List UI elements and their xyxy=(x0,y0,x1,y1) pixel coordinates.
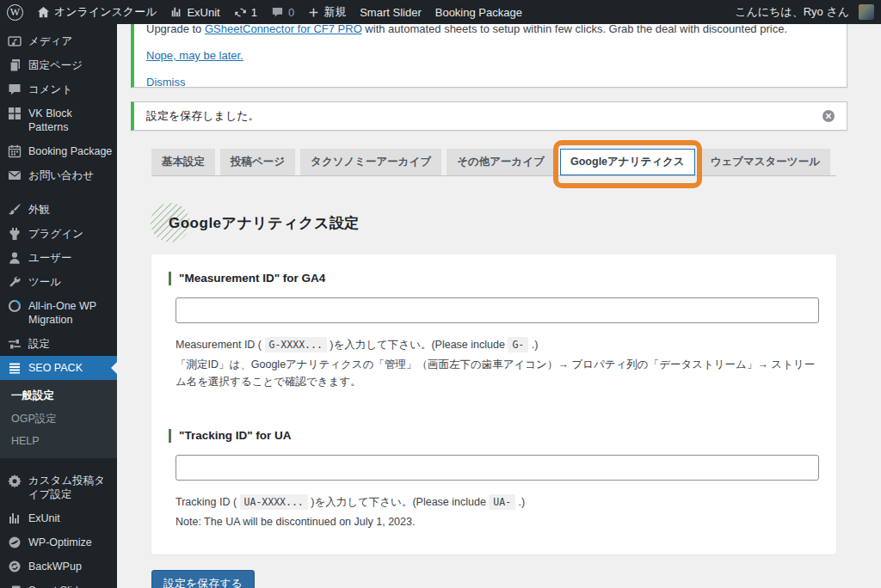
sidebar-item-seo-pack[interactable]: SEO PACK xyxy=(0,356,117,380)
close-circle-icon xyxy=(822,109,835,123)
ga4-section-title: "Measurement ID" for GA4 xyxy=(169,272,819,285)
tab-taxonomy-archive[interactable]: タクソノミーアーカイブ xyxy=(300,149,441,175)
sidebar-item-appearance[interactable]: 外観 xyxy=(0,198,117,222)
gear-icon xyxy=(8,474,22,487)
admin-bar-right: こんにちは、Ryo さん xyxy=(728,0,881,24)
new-content-button[interactable]: 新規 xyxy=(301,0,353,24)
page-title: Googleアナリティクス設定 xyxy=(169,214,836,233)
saved-notice-text: 設定を保存しました。 xyxy=(146,108,260,124)
ua-note-text: Note: The UA will be discontinued on Jul… xyxy=(176,513,819,531)
avatar xyxy=(859,4,874,20)
seo-pack-icon xyxy=(8,361,22,375)
comments-icon xyxy=(8,83,22,96)
submenu-item-ogp-settings[interactable]: OGP設定 xyxy=(0,407,117,431)
site-name-link[interactable]: オンラインスクール xyxy=(30,0,163,24)
wordpress-logo-icon: W xyxy=(7,4,23,21)
sidebar-item-comments[interactable]: コメント xyxy=(0,77,117,101)
pages-icon xyxy=(8,58,22,72)
sidebar-item-settings[interactable]: 設定 xyxy=(0,332,117,356)
plugin-icon xyxy=(8,227,22,241)
greeting-text: こんにちは、Ryo さん xyxy=(735,4,849,20)
sidebar-item-backwpup[interactable]: BackWPup xyxy=(0,554,117,579)
comments-indicator[interactable]: 0 xyxy=(264,0,301,24)
smart-slider-toolbar-item[interactable]: Smart Slider xyxy=(353,0,428,24)
migration-icon xyxy=(8,299,22,313)
wp-logo-menu[interactable]: W xyxy=(0,0,30,24)
settings-wrap: 基本設定 投稿ページ タクソノミーアーカイブ その他アーカイブ Googleアナ… xyxy=(151,149,836,588)
tab-basic-settings[interactable]: 基本設定 xyxy=(151,149,215,175)
smart-slider-icon xyxy=(8,584,22,588)
plus-icon xyxy=(308,7,319,18)
nope-later-link[interactable]: Nope, may be later. xyxy=(146,49,243,62)
tracking-id-input[interactable] xyxy=(176,455,819,481)
user-icon xyxy=(8,251,22,265)
sidebar-item-wp-optimize[interactable]: WP-Optimize xyxy=(0,530,117,554)
account-menu[interactable]: こんにちは、Ryo さん xyxy=(728,0,881,24)
comments-count: 0 xyxy=(288,6,294,19)
sidebar-item-users[interactable]: ユーザー xyxy=(0,246,117,270)
submenu-item-general-settings[interactable]: 一般設定 xyxy=(0,384,117,407)
updates-count: 1 xyxy=(251,6,257,19)
promo-upgrade-link[interactable]: GSheetConnector for CF7 PRO xyxy=(205,22,362,35)
sidebar-item-booking-package[interactable]: Booking Package xyxy=(0,139,117,163)
ga4-prefix-code: G- xyxy=(508,337,528,352)
sidebar-item-aio-wp-migration[interactable]: All-in-One WP Migration xyxy=(0,294,117,332)
wp-optimize-icon xyxy=(8,536,22,549)
sidebar-item-exunit[interactable]: ExUnit xyxy=(0,506,117,530)
tab-webmaster-tools[interactable]: ウェブマスターツール xyxy=(700,149,830,175)
sidebar-item-media[interactable]: メディア xyxy=(0,29,117,53)
measurement-id-input[interactable] xyxy=(176,297,819,323)
seo-pack-submenu: 一般設定 OGP設定 HELP xyxy=(0,380,117,458)
sidebar-item-pages[interactable]: 固定ページ xyxy=(0,53,117,77)
grid-icon xyxy=(8,107,22,120)
sidebar-item-contact[interactable]: お問い合わせ xyxy=(0,163,117,187)
ua-code-sample: UA-XXXX... xyxy=(240,494,308,510)
sidebar-item-tools[interactable]: ツール xyxy=(0,270,117,294)
updates-icon xyxy=(234,6,247,19)
dismiss-notice-button[interactable] xyxy=(817,105,840,127)
sidebar-item-plugins[interactable]: プラグイン xyxy=(0,222,117,246)
settings-tabs: 基本設定 投稿ページ タクソノミーアーカイブ その他アーカイブ Googleアナ… xyxy=(151,149,836,176)
comment-icon xyxy=(271,6,284,19)
ua-section-title: "Tracking ID" for UA xyxy=(169,429,819,443)
submenu-item-help[interactable]: HELP xyxy=(0,431,117,451)
home-icon xyxy=(37,6,50,19)
analytics-settings-card: "Measurement ID" for GA4 Measurement ID … xyxy=(151,254,836,554)
site-name: オンラインスクール xyxy=(54,4,157,20)
media-icon xyxy=(8,34,22,48)
backwpup-icon xyxy=(8,560,22,573)
ua-description: Tracking ID ( UA-XXXX... )を入力して下さい。(Plea… xyxy=(176,493,819,511)
sidebar-item-vk-block-patterns[interactable]: VK Block Patterns xyxy=(0,101,117,139)
wordpress-admin-screen: W オンラインスクール ExUnit 1 0 新規 xyxy=(0,0,881,588)
paintbrush-icon xyxy=(8,203,22,217)
sidebar-item-smart-slider[interactable]: Smart Slider xyxy=(0,579,117,588)
sidebar-item-custom-post-type[interactable]: カスタム投稿タイプ設定 xyxy=(0,469,117,506)
saved-notice: 設定を保存しました。 xyxy=(131,101,847,131)
content-area: Upgrade to GSheetConnector for CF7 PRO w… xyxy=(117,24,881,588)
admin-menu: メディア 固定ページ コメント VK Block Patterns Bookin… xyxy=(0,24,117,588)
ua-prefix-code: UA- xyxy=(489,494,515,510)
booking-package-toolbar-item[interactable]: Booking Package xyxy=(428,0,529,24)
ga4-help-text: 「測定ID」は、Googleアナリティクスの「管理」（画面左下の歯車アイコン）→… xyxy=(176,356,819,391)
exunit-menu-icon xyxy=(8,511,22,525)
promo-dismiss-link[interactable]: Dismiss xyxy=(146,76,186,88)
calendar-icon xyxy=(8,144,22,158)
envelope-icon xyxy=(8,168,22,182)
save-settings-button[interactable]: 設定を保存する xyxy=(151,570,255,588)
wrench-icon xyxy=(8,275,22,289)
tab-google-analytics[interactable]: Googleアナリティクス xyxy=(560,149,695,175)
tab-post-page[interactable]: 投稿ページ xyxy=(220,149,295,175)
admin-bar: W オンラインスクール ExUnit 1 0 新規 xyxy=(0,0,881,24)
tab-other-archive[interactable]: その他アーカイブ xyxy=(447,149,555,175)
exunit-toolbar-item[interactable]: ExUnit xyxy=(163,0,226,24)
updates-indicator[interactable]: 1 xyxy=(227,0,264,24)
admin-bar-left: W オンラインスクール ExUnit 1 0 新規 xyxy=(0,0,529,24)
exunit-icon xyxy=(170,6,182,18)
ga4-description: Measurement ID ( G-XXXX... )を入力して下さい。(Pl… xyxy=(176,336,819,354)
ga4-code-sample: G-XXXX... xyxy=(265,337,327,352)
settings-icon xyxy=(8,337,22,351)
